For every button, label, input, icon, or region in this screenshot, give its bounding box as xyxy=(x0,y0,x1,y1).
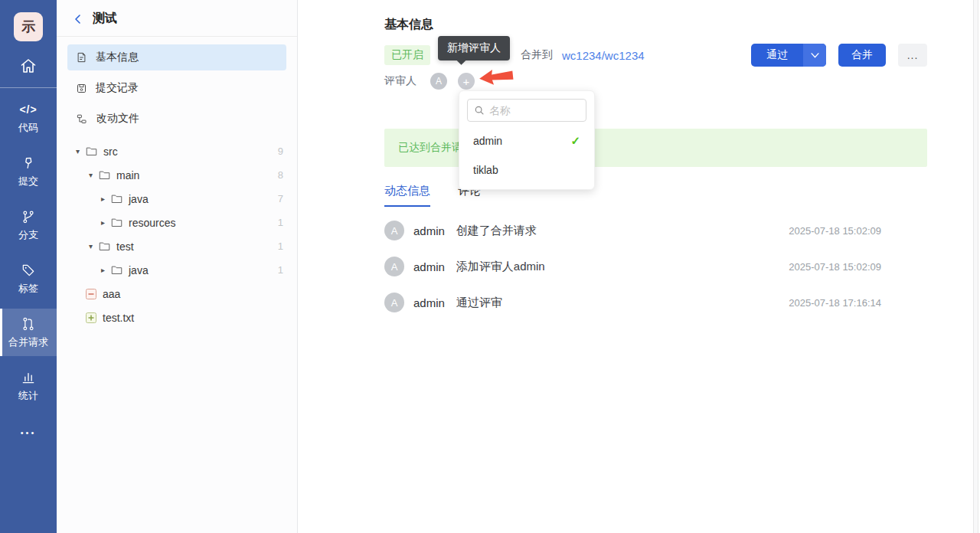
reviewer-option-admin[interactable]: admin ✓ xyxy=(467,126,586,155)
caret-down-icon[interactable]: ▾ xyxy=(73,147,83,155)
stats-icon xyxy=(20,370,37,385)
tree-item-count: 1 xyxy=(278,264,283,276)
commit-icon xyxy=(20,155,37,171)
nav-label: 合并请求 xyxy=(8,335,48,349)
tree-item-test-txt[interactable]: test.txt xyxy=(57,306,297,329)
activity-timestamp: 2025-07-18 17:16:14 xyxy=(789,297,881,309)
sidebar-item-commit-log[interactable]: 提交记录 xyxy=(67,75,286,101)
reviewer-option-tiklab[interactable]: tiklab xyxy=(467,155,586,185)
tooltip-text: 新增评审人 xyxy=(447,41,501,55)
caret-down-icon[interactable]: ▾ xyxy=(86,242,96,250)
sidebar-item-label: 基本信息 xyxy=(96,51,139,64)
avatar: A xyxy=(384,221,404,240)
activity-action: 添加评审人admin xyxy=(456,260,545,274)
activity-timestamp: 2025-07-18 15:02:09 xyxy=(789,261,881,273)
caret-right-icon[interactable]: ▸ xyxy=(98,195,108,203)
annotation-arrow-icon xyxy=(478,67,514,88)
more-actions-button[interactable]: ... xyxy=(898,44,927,67)
save-icon xyxy=(76,83,87,94)
nav-label: 分支 xyxy=(18,228,38,242)
tree-item-test[interactable]: ▾ test 1 xyxy=(57,234,297,258)
reviewer-options: admin ✓ tiklab xyxy=(467,126,586,185)
nav-item-commit[interactable]: 提交 xyxy=(0,148,57,195)
activity-list: A admin 创建了合并请求 2025-07-18 15:02:09 A ad… xyxy=(384,213,927,321)
nav-item-merge-request[interactable]: 合并请求 xyxy=(0,309,57,356)
avatar: A xyxy=(384,293,404,312)
activity-row: A admin 创建了合并请求 2025-07-18 15:02:09 xyxy=(384,213,927,249)
tree-item-label: test.txt xyxy=(103,312,134,324)
document-icon xyxy=(76,51,87,64)
avatar: A xyxy=(384,257,404,276)
tree-item-count: 8 xyxy=(278,169,283,181)
merge-desc-merge-to: 合并到 xyxy=(521,48,553,62)
activity-row: A admin 添加评审人admin 2025-07-18 15:02:09 xyxy=(384,249,927,285)
nav-label: 统计 xyxy=(18,389,38,403)
target-branch-link[interactable]: wc1234/wc1234 xyxy=(562,49,645,62)
repo-title: 测试 xyxy=(93,11,117,27)
reviewer-avatar: A xyxy=(430,73,447,90)
file-tree-icon xyxy=(76,113,88,125)
deleted-file-icon xyxy=(86,289,96,299)
chevron-down-icon[interactable] xyxy=(803,44,826,67)
sidebar-menu: 基本信息 提交记录 改动文件 xyxy=(57,37,297,138)
tree-item-java[interactable]: ▸ java 7 xyxy=(57,187,297,211)
activity-user: admin xyxy=(413,224,445,237)
caret-down-icon[interactable]: ▾ xyxy=(86,171,96,179)
nav-label: 提交 xyxy=(18,175,38,188)
folder-icon xyxy=(86,146,97,156)
add-reviewer-tooltip: 新增评审人 xyxy=(438,36,510,60)
tag-icon xyxy=(20,263,37,278)
page-title: 基本信息 xyxy=(384,17,927,32)
sidebar-item-label: 改动文件 xyxy=(96,112,139,126)
tree-item-aaa[interactable]: aaa xyxy=(57,282,297,306)
reviewer-search-input[interactable] xyxy=(489,104,580,116)
code-icon: </> xyxy=(19,102,37,117)
reviewer-label: 评审人 xyxy=(384,74,416,88)
approve-dropdown-button[interactable]: 通过 xyxy=(751,44,826,67)
status-badge: 已开启 xyxy=(384,45,430,65)
approve-button-label: 通过 xyxy=(751,44,803,67)
back-icon[interactable] xyxy=(72,13,84,25)
tree-item-count: 1 xyxy=(278,217,283,228)
tab-activity[interactable]: 动态信息 xyxy=(384,184,430,207)
home-icon xyxy=(18,57,38,75)
sidebar-item-changed-files[interactable]: 改动文件 xyxy=(67,106,286,132)
vertical-scrollbar[interactable] xyxy=(973,0,978,533)
tree-item-resources[interactable]: ▸ resources 1 xyxy=(57,211,297,234)
activity-user: admin xyxy=(413,296,445,309)
banner-text: 已达到合并请 xyxy=(398,141,462,155)
check-icon: ✓ xyxy=(570,134,580,148)
nav-item-branch[interactable]: 分支 xyxy=(0,201,57,249)
folder-icon xyxy=(99,241,110,251)
search-icon xyxy=(474,105,485,116)
tree-item-label: java xyxy=(129,193,149,205)
tree-item-label: src xyxy=(103,146,118,158)
folder-icon xyxy=(111,217,122,227)
caret-right-icon[interactable]: ▸ xyxy=(98,218,108,227)
nav-item-code[interactable]: </> 代码 xyxy=(0,94,57,142)
file-sidebar: 测试 基本信息 提交记录 改动文件 xyxy=(57,0,298,533)
reviewer-search-box[interactable] xyxy=(467,99,586,122)
activity-action: 创建了合并请求 xyxy=(456,224,537,238)
tree-item-label: resources xyxy=(129,217,175,229)
nav-more-button[interactable]: ••• xyxy=(21,428,37,437)
merge-button[interactable]: 合并 xyxy=(838,44,886,67)
sidebar-item-basic-info[interactable]: 基本信息 xyxy=(67,44,286,70)
tree-item-count: 9 xyxy=(278,146,283,157)
tree-item-src[interactable]: ▾ src 9 xyxy=(57,139,297,163)
nav-item-home[interactable] xyxy=(18,57,38,75)
nav-item-stats[interactable]: 统计 xyxy=(0,362,57,410)
sidebar-item-label: 提交记录 xyxy=(96,81,139,95)
activity-action: 通过评审 xyxy=(456,296,502,310)
nav-label: 代码 xyxy=(18,121,38,135)
more-icon: ••• xyxy=(21,428,37,437)
tree-item-count: 1 xyxy=(278,240,283,252)
activity-timestamp: 2025-07-18 15:02:09 xyxy=(789,225,881,237)
nav-item-tag[interactable]: 标签 xyxy=(0,255,57,302)
sidebar-header: 测试 xyxy=(57,0,297,36)
tree-item-label: java xyxy=(129,264,149,276)
tree-item-test-java[interactable]: ▸ java 1 xyxy=(57,258,297,282)
caret-right-icon[interactable]: ▸ xyxy=(98,266,108,274)
add-reviewer-button[interactable]: + xyxy=(458,73,475,90)
tree-item-main[interactable]: ▾ main 8 xyxy=(57,163,297,187)
